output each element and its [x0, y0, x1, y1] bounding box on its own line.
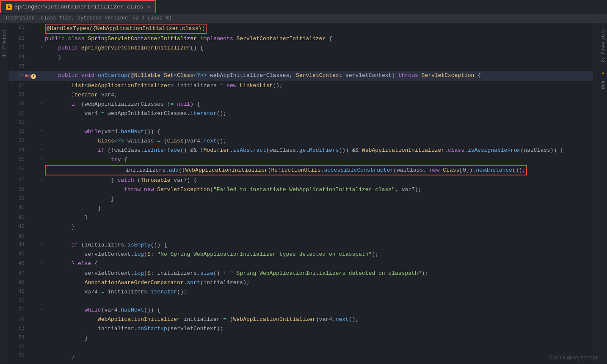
- line-number: 55: [8, 343, 25, 352]
- fold-icon[interactable]: ▾: [38, 71, 45, 81]
- fold-icon[interactable]: [38, 250, 45, 259]
- line-gutter: [25, 34, 38, 44]
- fold-icon[interactable]: [38, 334, 45, 343]
- fold-icon[interactable]: ▾: [38, 241, 45, 250]
- fold-icon[interactable]: [38, 278, 45, 287]
- table-row: 23▾ public SpringServletContainerInitial…: [8, 44, 593, 53]
- fold-icon[interactable]: [38, 222, 45, 232]
- line-gutter: [25, 334, 38, 343]
- fold-icon[interactable]: ▾: [38, 176, 45, 185]
- line-number: 56: [8, 352, 25, 361]
- line-content: initializer.onStartup(servletContext);: [45, 324, 593, 334]
- fold-icon[interactable]: ▾: [38, 259, 45, 268]
- line-number: 22: [8, 34, 25, 44]
- line-content: }: [45, 361, 593, 363]
- line-content: }: [45, 352, 593, 361]
- hint-icon: !: [31, 74, 36, 79]
- line-number: 47: [8, 269, 25, 278]
- line-gutter: [25, 44, 38, 53]
- fold-icon[interactable]: [38, 315, 45, 324]
- table-row: 33 Class<?> waiClass = (Class)var4.next(…: [8, 137, 593, 146]
- fold-icon[interactable]: [38, 204, 45, 213]
- line-content: throw new ServletException("Failed to in…: [45, 185, 593, 194]
- table-row: 43: [8, 232, 593, 241]
- fold-icon[interactable]: ▾: [38, 44, 45, 53]
- line-number: 28: [8, 90, 25, 100]
- line-content: while(var4.hasNext()) {: [45, 127, 593, 137]
- fold-icon[interactable]: [38, 137, 45, 146]
- fold-icon[interactable]: [38, 232, 45, 241]
- fold-icon[interactable]: [38, 53, 45, 62]
- fold-icon[interactable]: [38, 23, 45, 34]
- fold-icon[interactable]: [38, 81, 45, 90]
- fold-icon[interactable]: ▾: [38, 306, 45, 315]
- line-number: 21: [8, 23, 25, 34]
- fold-icon[interactable]: [38, 63, 45, 71]
- fold-icon[interactable]: [38, 343, 45, 352]
- line-content: if (webAppInitializerClasses != null) {: [45, 100, 593, 109]
- fold-icon[interactable]: ▾: [38, 127, 45, 137]
- fold-icon[interactable]: [38, 165, 45, 176]
- table-row: 37▾ } catch (Throwable var7) {: [8, 176, 593, 185]
- line-number: 24: [8, 53, 25, 62]
- line-number: 27: [8, 81, 25, 90]
- sidebar-item-favorites[interactable]: 2: Favorites: [601, 29, 606, 63]
- watermark: CSDN @kejizhentan: [550, 354, 600, 361]
- line-gutter: [25, 250, 38, 259]
- table-row: 42 }: [8, 222, 593, 232]
- table-row: 48 AnnotationAwareOrderComparator.sort(i…: [8, 278, 593, 287]
- fold-icon[interactable]: [38, 269, 45, 278]
- table-row: 35▾ try {: [8, 155, 593, 164]
- fold-icon[interactable]: [38, 324, 45, 334]
- line-content: }: [45, 204, 593, 213]
- fold-icon[interactable]: [38, 297, 45, 306]
- table-row: 44▾ if (initializers.isEmpty()) {: [8, 241, 593, 250]
- line-content: [45, 118, 593, 127]
- table-row: 49 var4 = initializers.iterator();: [8, 287, 593, 297]
- table-row: 57 }: [8, 361, 593, 363]
- sidebar-item-web[interactable]: ★: [600, 71, 606, 77]
- fold-icon[interactable]: [38, 194, 45, 204]
- fold-icon[interactable]: [38, 34, 45, 44]
- line-content: servletContext.log(S: initializers.size(…: [45, 269, 593, 278]
- file-tab-icon: C: [6, 4, 12, 10]
- code-table: 21@HandlesTypes({WebApplicationInitializ…: [8, 23, 593, 363]
- line-number: 57: [8, 361, 25, 363]
- tab-close-button[interactable]: ×: [147, 5, 150, 10]
- fold-icon[interactable]: ▾: [38, 100, 45, 109]
- table-row: 22public class SpringServletContainerIni…: [8, 34, 593, 44]
- line-gutter: [25, 100, 38, 109]
- fold-icon[interactable]: [38, 352, 45, 361]
- line-content: var4 = webAppInitializerClasses.iterator…: [45, 109, 593, 118]
- file-tab[interactable]: C SpringServletContainerInitializer.clas…: [0, 0, 156, 13]
- table-row: 45 servletContext.log(S: "No Spring WebA…: [8, 250, 593, 259]
- fold-icon[interactable]: [38, 118, 45, 127]
- fold-icon[interactable]: [38, 185, 45, 194]
- line-content: }: [45, 213, 593, 222]
- line-content: public void onStartup(@Nullable Set<Clas…: [45, 71, 593, 81]
- fold-icon[interactable]: ▾: [38, 155, 45, 164]
- line-content: public SpringServletContainerInitializer…: [45, 44, 593, 53]
- line-gutter: [25, 63, 38, 71]
- line-content: [45, 63, 593, 71]
- table-row: 27 List<WebApplicationInitializer> initi…: [8, 81, 593, 90]
- line-number: 44: [8, 241, 25, 250]
- line-content: [45, 232, 593, 241]
- fold-icon[interactable]: [38, 90, 45, 100]
- line-content: }: [45, 334, 593, 343]
- debug-icon: @: [28, 74, 31, 79]
- fold-icon[interactable]: [38, 361, 45, 363]
- fold-icon[interactable]: [38, 109, 45, 118]
- sidebar-item-web-label[interactable]: Web: [601, 81, 606, 89]
- line-gutter: [25, 269, 38, 278]
- fold-icon[interactable]: ▾: [38, 146, 45, 155]
- table-row: 47 servletContext.log(S: initializers.si…: [8, 269, 593, 278]
- sidebar-item-project[interactable]: 1: Project: [2, 29, 7, 57]
- line-gutter: [25, 165, 38, 176]
- line-content: } else {: [45, 259, 593, 268]
- fold-icon[interactable]: [38, 213, 45, 222]
- fold-icon[interactable]: [38, 287, 45, 297]
- line-number: 45: [8, 250, 25, 259]
- line-number: 40: [8, 204, 25, 213]
- tab-bar: C SpringServletContainerInitializer.clas…: [0, 0, 607, 14]
